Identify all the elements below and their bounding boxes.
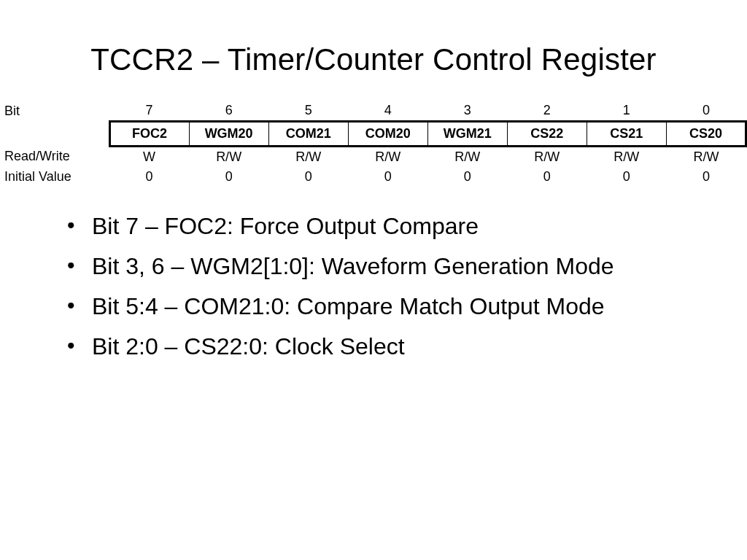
bullet-item: Bit 5:4 – COM21:0: Compare Match Output … (67, 292, 694, 322)
register-diagram: Bit 7 6 5 4 3 2 1 0 FOC2 WGM20 COM21 COM… (0, 101, 747, 187)
bit-number: 2 (507, 101, 587, 122)
slide-title: TCCR2 – Timer/Counter Control Register (0, 0, 747, 85)
iv-cell: 0 (587, 167, 666, 187)
bit-name-row-label (0, 122, 109, 147)
bit-name-cell: WGM21 (427, 122, 507, 147)
bit-name-cell: WGM20 (189, 122, 268, 147)
bit-number: 6 (189, 101, 268, 122)
rw-cell: W (109, 147, 189, 168)
register-table: Bit 7 6 5 4 3 2 1 0 FOC2 WGM20 COM21 COM… (0, 101, 747, 187)
iv-cell: 0 (427, 167, 507, 187)
bullet-item: Bit 2:0 – CS22:0: Clock Select (67, 332, 694, 362)
read-write-row: Read/Write W R/W R/W R/W R/W R/W R/W R/W (0, 147, 746, 168)
rw-cell: R/W (587, 147, 666, 168)
bit-name-cell: CS21 (587, 122, 666, 147)
iv-cell: 0 (348, 167, 427, 187)
rw-cell: R/W (666, 147, 746, 168)
bullet-item: Bit 3, 6 – WGM2[1:0]: Waveform Generatio… (67, 252, 694, 281)
bit-number: 3 (427, 101, 507, 122)
bit-number: 4 (348, 101, 427, 122)
bit-number: 0 (666, 101, 746, 122)
rw-row-label: Read/Write (0, 147, 109, 168)
rw-cell: R/W (189, 147, 268, 168)
bit-name-cell: CS20 (666, 122, 746, 147)
bullet-list: Bit 7 – FOC2: Force Output Compare Bit 3… (67, 211, 694, 362)
bit-number-row: Bit 7 6 5 4 3 2 1 0 (0, 101, 746, 122)
iv-cell: 0 (189, 167, 268, 187)
initial-value-row: Initial Value 0 0 0 0 0 0 0 0 (0, 167, 746, 187)
rw-cell: R/W (507, 147, 587, 168)
bit-number: 7 (109, 101, 189, 122)
bit-name-row: FOC2 WGM20 COM21 COM20 WGM21 CS22 CS21 C… (0, 122, 746, 147)
iv-cell: 0 (109, 167, 189, 187)
bit-row-label: Bit (0, 101, 109, 122)
bit-name-cell: FOC2 (109, 122, 189, 147)
bit-name-cell: COM20 (348, 122, 427, 147)
slide: TCCR2 – Timer/Counter Control Register B… (0, 0, 747, 560)
bit-number: 5 (268, 101, 348, 122)
iv-cell: 0 (507, 167, 587, 187)
iv-cell: 0 (666, 167, 746, 187)
bit-name-cell: CS22 (507, 122, 587, 147)
iv-cell: 0 (268, 167, 348, 187)
rw-cell: R/W (427, 147, 507, 168)
rw-cell: R/W (348, 147, 427, 168)
rw-cell: R/W (268, 147, 348, 168)
bit-number: 1 (587, 101, 666, 122)
bit-name-cell: COM21 (268, 122, 348, 147)
bullet-item: Bit 7 – FOC2: Force Output Compare (67, 211, 694, 241)
iv-row-label: Initial Value (0, 167, 109, 187)
